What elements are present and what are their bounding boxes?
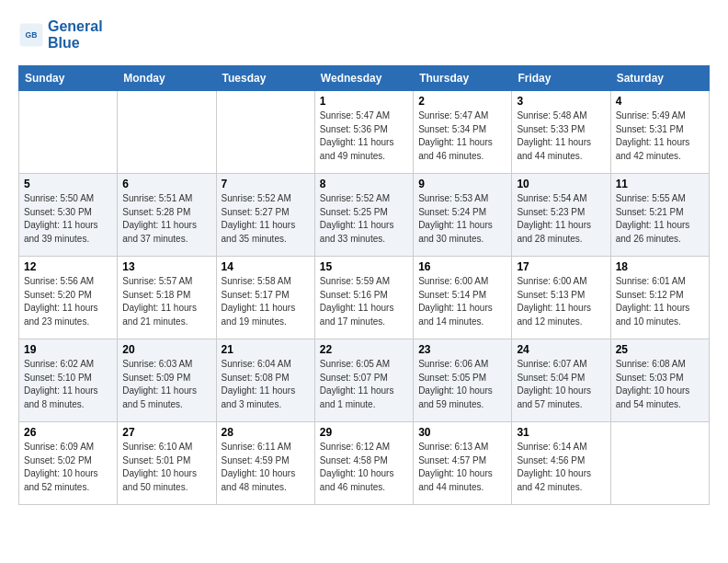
day-info: Sunrise: 6:05 AM Sunset: 5:07 PM Dayligh…	[320, 358, 408, 411]
day-info: Sunrise: 5:55 AM Sunset: 5:21 PM Dayligh…	[616, 192, 704, 246]
day-number: 11	[616, 178, 704, 190]
day-cell-30: 30Sunrise: 6:13 AM Sunset: 4:57 PM Dayli…	[414, 422, 512, 505]
day-number: 14	[222, 260, 310, 273]
day-number: 30	[418, 426, 506, 439]
empty-cell	[118, 91, 216, 174]
day-info: Sunrise: 5:52 AM Sunset: 5:27 PM Dayligh…	[222, 192, 310, 246]
day-cell-21: 21Sunrise: 6:04 AM Sunset: 5:08 PM Dayli…	[216, 339, 314, 422]
logo-icon: GB	[18, 22, 44, 48]
week-row-5: 26Sunrise: 6:09 AM Sunset: 5:02 PM Dayli…	[19, 422, 710, 505]
empty-cell	[19, 91, 118, 174]
day-info: Sunrise: 5:48 AM Sunset: 5:33 PM Dayligh…	[517, 109, 605, 163]
calendar-body: 1Sunrise: 5:47 AM Sunset: 5:36 PM Daylig…	[19, 91, 710, 505]
day-cell-20: 20Sunrise: 6:03 AM Sunset: 5:09 PM Dayli…	[118, 339, 216, 422]
day-cell-13: 13Sunrise: 5:57 AM Sunset: 5:18 PM Dayli…	[118, 257, 216, 339]
day-number: 27	[122, 426, 210, 439]
day-number: 23	[418, 343, 506, 356]
day-cell-27: 27Sunrise: 6:10 AM Sunset: 5:01 PM Dayli…	[118, 422, 216, 505]
day-cell-18: 18Sunrise: 6:01 AM Sunset: 5:12 PM Dayli…	[610, 257, 709, 339]
day-number: 21	[222, 343, 310, 356]
day-number: 15	[320, 260, 408, 273]
day-cell-29: 29Sunrise: 6:12 AM Sunset: 4:58 PM Dayli…	[314, 422, 413, 505]
day-cell-23: 23Sunrise: 6:06 AM Sunset: 5:05 PM Dayli…	[414, 339, 512, 422]
day-info: Sunrise: 5:49 AM Sunset: 5:31 PM Dayligh…	[616, 109, 704, 163]
day-info: Sunrise: 5:52 AM Sunset: 5:25 PM Dayligh…	[320, 192, 408, 246]
day-number: 12	[24, 260, 112, 273]
page-header: GB General Blue	[18, 18, 710, 51]
day-number: 25	[616, 343, 704, 356]
header-day-sunday: Sunday	[19, 66, 118, 91]
week-row-3: 12Sunrise: 5:56 AM Sunset: 5:20 PM Dayli…	[19, 257, 710, 339]
day-info: Sunrise: 6:00 AM Sunset: 5:13 PM Dayligh…	[517, 275, 605, 328]
day-cell-22: 22Sunrise: 6:05 AM Sunset: 5:07 PM Dayli…	[314, 339, 413, 422]
day-info: Sunrise: 5:57 AM Sunset: 5:18 PM Dayligh…	[122, 275, 210, 328]
day-number: 18	[616, 260, 704, 273]
day-info: Sunrise: 5:47 AM Sunset: 5:34 PM Dayligh…	[418, 109, 506, 163]
day-info: Sunrise: 5:59 AM Sunset: 5:16 PM Dayligh…	[320, 275, 408, 328]
day-cell-6: 6Sunrise: 5:51 AM Sunset: 5:28 PM Daylig…	[118, 174, 216, 257]
empty-cell	[216, 91, 314, 174]
day-info: Sunrise: 6:14 AM Sunset: 4:56 PM Dayligh…	[517, 441, 605, 494]
day-cell-4: 4Sunrise: 5:49 AM Sunset: 5:31 PM Daylig…	[610, 91, 709, 174]
day-cell-8: 8Sunrise: 5:52 AM Sunset: 5:25 PM Daylig…	[314, 174, 413, 257]
day-number: 13	[122, 260, 210, 273]
day-info: Sunrise: 5:56 AM Sunset: 5:20 PM Dayligh…	[24, 275, 112, 328]
svg-text:GB: GB	[26, 30, 38, 40]
day-number: 17	[517, 260, 605, 273]
day-number: 7	[222, 178, 310, 190]
day-cell-5: 5Sunrise: 5:50 AM Sunset: 5:30 PM Daylig…	[19, 174, 118, 257]
day-number: 5	[24, 178, 112, 190]
day-number: 28	[222, 426, 310, 439]
day-info: Sunrise: 5:47 AM Sunset: 5:36 PM Dayligh…	[320, 109, 408, 163]
day-info: Sunrise: 6:10 AM Sunset: 5:01 PM Dayligh…	[122, 441, 210, 494]
day-number: 19	[24, 343, 112, 356]
day-info: Sunrise: 6:07 AM Sunset: 5:04 PM Dayligh…	[517, 358, 605, 411]
day-cell-7: 7Sunrise: 5:52 AM Sunset: 5:27 PM Daylig…	[216, 174, 314, 257]
day-cell-14: 14Sunrise: 5:58 AM Sunset: 5:17 PM Dayli…	[216, 257, 314, 339]
day-info: Sunrise: 6:12 AM Sunset: 4:58 PM Dayligh…	[320, 441, 408, 494]
header-day-friday: Friday	[512, 66, 610, 91]
day-cell-2: 2Sunrise: 5:47 AM Sunset: 5:34 PM Daylig…	[414, 91, 512, 174]
day-number: 10	[517, 178, 605, 190]
day-info: Sunrise: 6:13 AM Sunset: 4:57 PM Dayligh…	[418, 441, 506, 494]
calendar-table: SundayMondayTuesdayWednesdayThursdayFrid…	[18, 65, 710, 505]
day-info: Sunrise: 6:04 AM Sunset: 5:08 PM Dayligh…	[222, 358, 310, 411]
day-info: Sunrise: 5:51 AM Sunset: 5:28 PM Dayligh…	[122, 192, 210, 246]
day-info: Sunrise: 6:01 AM Sunset: 5:12 PM Dayligh…	[616, 275, 704, 328]
day-info: Sunrise: 5:50 AM Sunset: 5:30 PM Dayligh…	[24, 192, 112, 246]
week-row-2: 5Sunrise: 5:50 AM Sunset: 5:30 PM Daylig…	[19, 174, 710, 257]
day-info: Sunrise: 5:54 AM Sunset: 5:23 PM Dayligh…	[517, 192, 605, 246]
day-number: 2	[418, 95, 506, 108]
day-cell-24: 24Sunrise: 6:07 AM Sunset: 5:04 PM Dayli…	[512, 339, 610, 422]
day-info: Sunrise: 6:11 AM Sunset: 4:59 PM Dayligh…	[222, 441, 310, 494]
day-number: 22	[320, 343, 408, 356]
day-cell-11: 11Sunrise: 5:55 AM Sunset: 5:21 PM Dayli…	[610, 174, 709, 257]
day-info: Sunrise: 6:03 AM Sunset: 5:09 PM Dayligh…	[122, 358, 210, 411]
empty-cell	[610, 422, 709, 505]
day-info: Sunrise: 5:53 AM Sunset: 5:24 PM Dayligh…	[418, 192, 506, 246]
day-info: Sunrise: 6:08 AM Sunset: 5:03 PM Dayligh…	[616, 358, 704, 411]
header-day-monday: Monday	[118, 66, 216, 91]
day-cell-12: 12Sunrise: 5:56 AM Sunset: 5:20 PM Dayli…	[19, 257, 118, 339]
day-number: 16	[418, 260, 506, 273]
header-day-thursday: Thursday	[414, 66, 512, 91]
day-number: 26	[24, 426, 112, 439]
day-cell-10: 10Sunrise: 5:54 AM Sunset: 5:23 PM Dayli…	[512, 174, 610, 257]
day-info: Sunrise: 6:09 AM Sunset: 5:02 PM Dayligh…	[24, 441, 112, 494]
day-number: 9	[418, 178, 506, 190]
day-number: 29	[320, 426, 408, 439]
day-cell-28: 28Sunrise: 6:11 AM Sunset: 4:59 PM Dayli…	[216, 422, 314, 505]
header-day-saturday: Saturday	[610, 66, 709, 91]
day-number: 3	[517, 95, 605, 108]
day-number: 8	[320, 178, 408, 190]
day-cell-9: 9Sunrise: 5:53 AM Sunset: 5:24 PM Daylig…	[414, 174, 512, 257]
day-number: 4	[616, 95, 704, 108]
day-cell-17: 17Sunrise: 6:00 AM Sunset: 5:13 PM Dayli…	[512, 257, 610, 339]
day-cell-19: 19Sunrise: 6:02 AM Sunset: 5:10 PM Dayli…	[19, 339, 118, 422]
day-number: 1	[320, 95, 408, 108]
logo: GB General Blue	[18, 18, 103, 51]
header-day-tuesday: Tuesday	[216, 66, 314, 91]
day-info: Sunrise: 6:02 AM Sunset: 5:10 PM Dayligh…	[24, 358, 112, 411]
day-number: 31	[517, 426, 605, 439]
logo-text: General Blue	[48, 18, 103, 51]
